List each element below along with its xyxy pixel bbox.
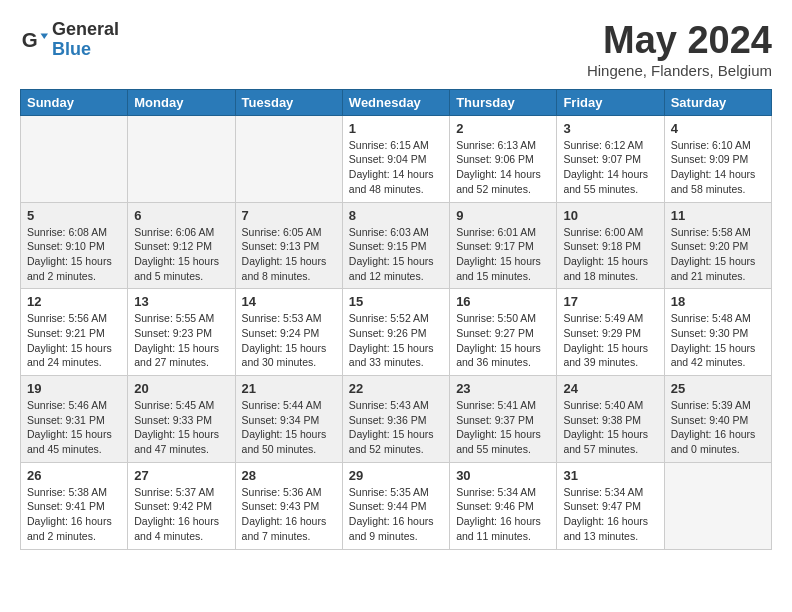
logo: G General Blue bbox=[20, 20, 119, 60]
day-info: Sunrise: 5:56 AM Sunset: 9:21 PM Dayligh… bbox=[27, 311, 121, 370]
calendar-week-row: 12Sunrise: 5:56 AM Sunset: 9:21 PM Dayli… bbox=[21, 289, 772, 376]
day-number: 30 bbox=[456, 468, 550, 483]
calendar-cell: 30Sunrise: 5:34 AM Sunset: 9:46 PM Dayli… bbox=[450, 462, 557, 549]
calendar-cell bbox=[128, 115, 235, 202]
title-area: May 2024 Hingene, Flanders, Belgium bbox=[587, 20, 772, 79]
day-info: Sunrise: 5:50 AM Sunset: 9:27 PM Dayligh… bbox=[456, 311, 550, 370]
calendar-cell: 15Sunrise: 5:52 AM Sunset: 9:26 PM Dayli… bbox=[342, 289, 449, 376]
calendar-cell: 23Sunrise: 5:41 AM Sunset: 9:37 PM Dayli… bbox=[450, 376, 557, 463]
calendar-cell: 8Sunrise: 6:03 AM Sunset: 9:15 PM Daylig… bbox=[342, 202, 449, 289]
logo-text: General Blue bbox=[52, 20, 119, 60]
day-number: 23 bbox=[456, 381, 550, 396]
day-info: Sunrise: 5:40 AM Sunset: 9:38 PM Dayligh… bbox=[563, 398, 657, 457]
day-number: 24 bbox=[563, 381, 657, 396]
day-number: 22 bbox=[349, 381, 443, 396]
day-info: Sunrise: 5:58 AM Sunset: 9:20 PM Dayligh… bbox=[671, 225, 765, 284]
location: Hingene, Flanders, Belgium bbox=[587, 62, 772, 79]
day-info: Sunrise: 5:45 AM Sunset: 9:33 PM Dayligh… bbox=[134, 398, 228, 457]
calendar-cell: 29Sunrise: 5:35 AM Sunset: 9:44 PM Dayli… bbox=[342, 462, 449, 549]
calendar-cell: 11Sunrise: 5:58 AM Sunset: 9:20 PM Dayli… bbox=[664, 202, 771, 289]
calendar-cell: 26Sunrise: 5:38 AM Sunset: 9:41 PM Dayli… bbox=[21, 462, 128, 549]
svg-marker-1 bbox=[41, 33, 48, 39]
day-number: 9 bbox=[456, 208, 550, 223]
calendar: SundayMondayTuesdayWednesdayThursdayFrid… bbox=[20, 89, 772, 550]
day-number: 11 bbox=[671, 208, 765, 223]
day-info: Sunrise: 6:12 AM Sunset: 9:07 PM Dayligh… bbox=[563, 138, 657, 197]
day-number: 10 bbox=[563, 208, 657, 223]
calendar-week-row: 1Sunrise: 6:15 AM Sunset: 9:04 PM Daylig… bbox=[21, 115, 772, 202]
day-info: Sunrise: 5:46 AM Sunset: 9:31 PM Dayligh… bbox=[27, 398, 121, 457]
weekday-header: Thursday bbox=[450, 89, 557, 115]
calendar-cell: 14Sunrise: 5:53 AM Sunset: 9:24 PM Dayli… bbox=[235, 289, 342, 376]
calendar-cell: 2Sunrise: 6:13 AM Sunset: 9:06 PM Daylig… bbox=[450, 115, 557, 202]
calendar-cell: 12Sunrise: 5:56 AM Sunset: 9:21 PM Dayli… bbox=[21, 289, 128, 376]
day-number: 2 bbox=[456, 121, 550, 136]
calendar-cell bbox=[21, 115, 128, 202]
day-number: 17 bbox=[563, 294, 657, 309]
weekday-header: Sunday bbox=[21, 89, 128, 115]
day-info: Sunrise: 5:34 AM Sunset: 9:46 PM Dayligh… bbox=[456, 485, 550, 544]
month-year: May 2024 bbox=[587, 20, 772, 62]
calendar-cell: 25Sunrise: 5:39 AM Sunset: 9:40 PM Dayli… bbox=[664, 376, 771, 463]
day-number: 16 bbox=[456, 294, 550, 309]
calendar-cell bbox=[664, 462, 771, 549]
day-info: Sunrise: 6:13 AM Sunset: 9:06 PM Dayligh… bbox=[456, 138, 550, 197]
calendar-cell: 1Sunrise: 6:15 AM Sunset: 9:04 PM Daylig… bbox=[342, 115, 449, 202]
day-number: 27 bbox=[134, 468, 228, 483]
day-info: Sunrise: 5:35 AM Sunset: 9:44 PM Dayligh… bbox=[349, 485, 443, 544]
weekday-header: Saturday bbox=[664, 89, 771, 115]
calendar-cell: 7Sunrise: 6:05 AM Sunset: 9:13 PM Daylig… bbox=[235, 202, 342, 289]
logo-blue: Blue bbox=[52, 40, 119, 60]
logo-general: General bbox=[52, 20, 119, 40]
day-info: Sunrise: 5:36 AM Sunset: 9:43 PM Dayligh… bbox=[242, 485, 336, 544]
day-number: 4 bbox=[671, 121, 765, 136]
calendar-week-row: 5Sunrise: 6:08 AM Sunset: 9:10 PM Daylig… bbox=[21, 202, 772, 289]
day-number: 21 bbox=[242, 381, 336, 396]
day-info: Sunrise: 6:01 AM Sunset: 9:17 PM Dayligh… bbox=[456, 225, 550, 284]
weekday-header-row: SundayMondayTuesdayWednesdayThursdayFrid… bbox=[21, 89, 772, 115]
day-info: Sunrise: 6:06 AM Sunset: 9:12 PM Dayligh… bbox=[134, 225, 228, 284]
day-info: Sunrise: 6:10 AM Sunset: 9:09 PM Dayligh… bbox=[671, 138, 765, 197]
calendar-cell: 28Sunrise: 5:36 AM Sunset: 9:43 PM Dayli… bbox=[235, 462, 342, 549]
calendar-cell: 13Sunrise: 5:55 AM Sunset: 9:23 PM Dayli… bbox=[128, 289, 235, 376]
calendar-cell bbox=[235, 115, 342, 202]
calendar-cell: 3Sunrise: 6:12 AM Sunset: 9:07 PM Daylig… bbox=[557, 115, 664, 202]
day-info: Sunrise: 5:44 AM Sunset: 9:34 PM Dayligh… bbox=[242, 398, 336, 457]
day-info: Sunrise: 5:41 AM Sunset: 9:37 PM Dayligh… bbox=[456, 398, 550, 457]
day-number: 25 bbox=[671, 381, 765, 396]
calendar-cell: 19Sunrise: 5:46 AM Sunset: 9:31 PM Dayli… bbox=[21, 376, 128, 463]
day-number: 28 bbox=[242, 468, 336, 483]
weekday-header: Wednesday bbox=[342, 89, 449, 115]
day-info: Sunrise: 5:53 AM Sunset: 9:24 PM Dayligh… bbox=[242, 311, 336, 370]
day-info: Sunrise: 5:37 AM Sunset: 9:42 PM Dayligh… bbox=[134, 485, 228, 544]
logo-icon: G bbox=[20, 26, 48, 54]
day-number: 5 bbox=[27, 208, 121, 223]
page-header: G General Blue May 2024 Hingene, Flander… bbox=[20, 20, 772, 79]
day-number: 6 bbox=[134, 208, 228, 223]
calendar-week-row: 19Sunrise: 5:46 AM Sunset: 9:31 PM Dayli… bbox=[21, 376, 772, 463]
day-number: 14 bbox=[242, 294, 336, 309]
calendar-cell: 31Sunrise: 5:34 AM Sunset: 9:47 PM Dayli… bbox=[557, 462, 664, 549]
calendar-cell: 6Sunrise: 6:06 AM Sunset: 9:12 PM Daylig… bbox=[128, 202, 235, 289]
day-number: 13 bbox=[134, 294, 228, 309]
weekday-header: Friday bbox=[557, 89, 664, 115]
day-info: Sunrise: 5:52 AM Sunset: 9:26 PM Dayligh… bbox=[349, 311, 443, 370]
day-number: 1 bbox=[349, 121, 443, 136]
day-number: 20 bbox=[134, 381, 228, 396]
calendar-cell: 4Sunrise: 6:10 AM Sunset: 9:09 PM Daylig… bbox=[664, 115, 771, 202]
day-info: Sunrise: 6:08 AM Sunset: 9:10 PM Dayligh… bbox=[27, 225, 121, 284]
day-info: Sunrise: 6:15 AM Sunset: 9:04 PM Dayligh… bbox=[349, 138, 443, 197]
calendar-cell: 27Sunrise: 5:37 AM Sunset: 9:42 PM Dayli… bbox=[128, 462, 235, 549]
day-number: 3 bbox=[563, 121, 657, 136]
svg-text:G: G bbox=[22, 27, 38, 50]
calendar-cell: 24Sunrise: 5:40 AM Sunset: 9:38 PM Dayli… bbox=[557, 376, 664, 463]
calendar-cell: 9Sunrise: 6:01 AM Sunset: 9:17 PM Daylig… bbox=[450, 202, 557, 289]
day-info: Sunrise: 5:48 AM Sunset: 9:30 PM Dayligh… bbox=[671, 311, 765, 370]
calendar-cell: 22Sunrise: 5:43 AM Sunset: 9:36 PM Dayli… bbox=[342, 376, 449, 463]
day-info: Sunrise: 5:43 AM Sunset: 9:36 PM Dayligh… bbox=[349, 398, 443, 457]
day-info: Sunrise: 5:34 AM Sunset: 9:47 PM Dayligh… bbox=[563, 485, 657, 544]
day-info: Sunrise: 6:05 AM Sunset: 9:13 PM Dayligh… bbox=[242, 225, 336, 284]
calendar-cell: 17Sunrise: 5:49 AM Sunset: 9:29 PM Dayli… bbox=[557, 289, 664, 376]
day-info: Sunrise: 6:00 AM Sunset: 9:18 PM Dayligh… bbox=[563, 225, 657, 284]
day-number: 18 bbox=[671, 294, 765, 309]
